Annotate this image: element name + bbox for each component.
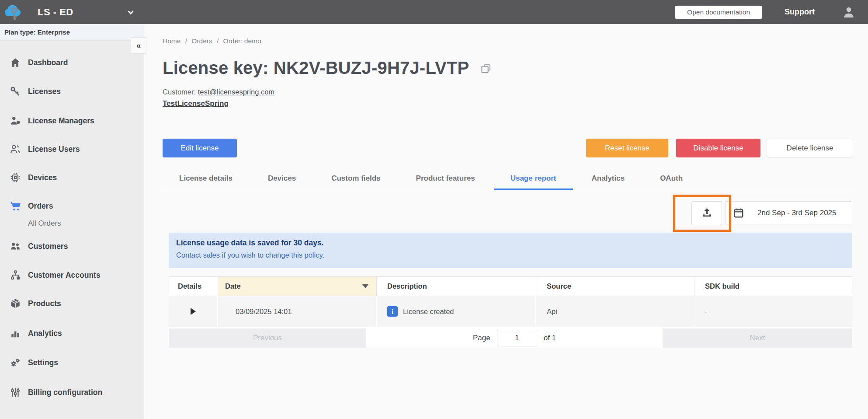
disable-license-button[interactable]: Disable license bbox=[676, 139, 760, 157]
sidebar-item-licenses[interactable]: Licenses bbox=[0, 84, 144, 99]
sliders-icon bbox=[10, 387, 21, 398]
sidebar-item-settings[interactable]: Settings bbox=[0, 355, 144, 370]
column-header-description: Description bbox=[376, 277, 536, 296]
sidebar-item-billing-configuration[interactable]: Billing configuration bbox=[0, 385, 144, 400]
tab-usage-report[interactable]: Usage report bbox=[494, 168, 573, 190]
sidebar: Plan type: Enterprise Dashboard Licenses bbox=[0, 24, 144, 419]
breadcrumb-orders[interactable]: Orders bbox=[191, 37, 212, 45]
home-icon bbox=[10, 57, 21, 68]
topbar: LS - ED Open documentation Support bbox=[0, 0, 868, 24]
open-documentation-button[interactable]: Open documentation bbox=[675, 6, 762, 19]
sidebar-item-devices[interactable]: Devices bbox=[0, 170, 144, 185]
edit-license-button[interactable]: Edit license bbox=[163, 139, 237, 157]
org-selector-label[interactable]: LS - ED bbox=[38, 7, 73, 18]
box-icon bbox=[10, 298, 21, 309]
pagination: Previous Page of 1 Next bbox=[169, 328, 852, 348]
expand-row-icon[interactable] bbox=[191, 308, 196, 315]
sidebar-item-dashboard[interactable]: Dashboard bbox=[0, 55, 144, 70]
sidebar-item-orders[interactable]: Orders bbox=[0, 199, 144, 213]
reset-license-button[interactable]: Reset license bbox=[586, 139, 668, 157]
tab-bar: License details Devices Custom fields Pr… bbox=[163, 168, 852, 190]
sidebar-item-all-orders[interactable]: All Orders bbox=[0, 217, 144, 230]
app-window: LS - ED Open documentation Support Plan … bbox=[0, 0, 868, 419]
previous-page-button[interactable]: Previous bbox=[169, 328, 366, 348]
plan-type-badge: Plan type: Enterprise bbox=[0, 24, 144, 41]
calendar-icon bbox=[733, 207, 744, 219]
breadcrumb: Home / Orders / Order: demo bbox=[163, 37, 264, 45]
gears-icon bbox=[10, 357, 21, 368]
row-description-text: License created bbox=[403, 307, 454, 316]
customer-line: Customer: test@licensespring.com bbox=[163, 88, 274, 96]
collapse-sidebar-icon: « bbox=[136, 41, 141, 50]
tab-custom-fields[interactable]: Custom fields bbox=[315, 168, 397, 190]
banner-title: License usage data is saved for 30 days. bbox=[176, 238, 845, 248]
info-icon: i bbox=[387, 306, 398, 317]
hierarchy-icon bbox=[10, 269, 21, 281]
key-icon bbox=[10, 86, 21, 97]
page-title: License key: NK2V-BUZJ-9H7J-LVTP bbox=[163, 58, 469, 78]
next-page-button[interactable]: Next bbox=[663, 328, 852, 348]
row-details-cell bbox=[169, 296, 217, 327]
breadcrumb-home[interactable]: Home bbox=[163, 37, 181, 45]
sidebar-item-analytics[interactable]: Analytics bbox=[0, 326, 144, 341]
user-avatar-icon[interactable] bbox=[842, 5, 856, 19]
tab-oauth[interactable]: OAuth bbox=[643, 168, 699, 190]
column-header-sdk-build: SDK build bbox=[694, 277, 853, 296]
tab-devices[interactable]: Devices bbox=[251, 168, 312, 190]
row-source-cell: Api bbox=[535, 296, 694, 327]
date-range-value: 2nd Sep - 3rd Sep 2025 bbox=[757, 209, 837, 217]
sidebar-item-products[interactable]: Products bbox=[0, 296, 144, 311]
row-date-cell: 03/09/2025 14:01 bbox=[217, 296, 376, 327]
topbar-right: Open documentation Support bbox=[675, 5, 868, 19]
main-content: Home / Orders / Order: demo License key:… bbox=[144, 24, 868, 419]
page-number-input[interactable] bbox=[497, 330, 537, 346]
copy-icon[interactable] bbox=[480, 63, 491, 74]
date-range-picker[interactable]: 2nd Sep - 3rd Sep 2025 bbox=[726, 201, 852, 224]
sidebar-item-customer-accounts[interactable]: Customer Accounts bbox=[0, 268, 144, 283]
chip-icon bbox=[10, 172, 21, 183]
customer-company-link[interactable]: TestLicenseSpring bbox=[163, 99, 229, 108]
table-header-row: Details Date Description Source SDK buil… bbox=[169, 276, 852, 296]
export-button[interactable] bbox=[691, 201, 722, 225]
info-banner: License usage data is saved for 30 days.… bbox=[169, 233, 852, 268]
user-gear-icon bbox=[10, 115, 21, 126]
collapse-sidebar-button[interactable]: « bbox=[131, 37, 146, 54]
delete-license-button[interactable]: Delete license bbox=[767, 139, 853, 157]
page-label: Page bbox=[473, 334, 490, 342]
column-header-details: Details bbox=[169, 277, 218, 296]
row-sdk-build-cell: - bbox=[694, 296, 852, 327]
breadcrumb-separator: / bbox=[185, 37, 187, 45]
page-total-label: of 1 bbox=[544, 334, 556, 342]
upload-icon bbox=[701, 206, 713, 220]
row-description-cell: i License created bbox=[376, 296, 535, 327]
tab-analytics[interactable]: Analytics bbox=[575, 168, 642, 190]
customer-label: Customer: bbox=[163, 88, 196, 96]
sidebar-item-license-users[interactable]: License Users bbox=[0, 142, 144, 157]
cart-icon bbox=[10, 200, 21, 212]
bar-chart-icon bbox=[10, 328, 21, 339]
sort-desc-icon bbox=[362, 284, 368, 288]
customer-email-link[interactable]: test@licensespring.com bbox=[198, 88, 274, 96]
sidebar-item-license-managers[interactable]: License Managers bbox=[0, 113, 144, 128]
banner-subtitle: Contact sales if you wish to change this… bbox=[176, 251, 845, 259]
support-link[interactable]: Support bbox=[785, 7, 815, 17]
breadcrumb-current: Order: demo bbox=[223, 37, 261, 45]
breadcrumb-separator: / bbox=[217, 37, 219, 45]
sidebar-item-customers[interactable]: Customers bbox=[0, 239, 144, 254]
tab-license-details[interactable]: License details bbox=[163, 168, 249, 190]
tab-product-features[interactable]: Product features bbox=[399, 168, 492, 190]
people-icon bbox=[10, 241, 21, 252]
chevron-down-icon[interactable] bbox=[125, 7, 136, 18]
usage-report-table: Details Date Description Source SDK buil… bbox=[169, 276, 852, 348]
users-icon bbox=[10, 143, 21, 155]
column-header-source: Source bbox=[536, 277, 694, 296]
cloud-key-logo-icon bbox=[4, 3, 25, 22]
table-row: 03/09/2025 14:01 i License created Api - bbox=[169, 296, 852, 327]
column-header-date[interactable]: Date bbox=[218, 277, 376, 296]
